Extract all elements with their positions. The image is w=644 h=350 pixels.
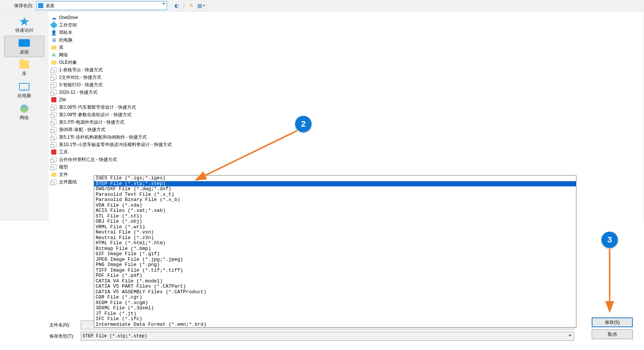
sidebar-item-quickaccess[interactable]: 快速访问 [0,14,49,36]
cloud-icon: ☁ [51,15,57,21]
savein-label: 保存在(I): [14,3,33,9]
file-item[interactable]: ↗第3.3节-电源外壳设计 - 快捷方式 [51,118,641,126]
sidebar-item-library[interactable]: 库 [0,57,49,79]
file-label: 第10.1节-小货车钣金零件级进冲压模料带设计 - 快捷方式 [59,142,172,148]
filetype-option[interactable]: JPEG Image File (*.jpg;*.jpeg) [94,257,576,263]
file-item[interactable]: 👤邓桂丰 [51,29,641,36]
shortcut-icon: ↗ [51,134,57,140]
computer-icon: 🖥 [51,37,57,43]
folder-icon [51,171,57,177]
filetype-option[interactable]: CATIA V5 PART Files (*.CATPart) [94,284,576,289]
new-folder-icon[interactable]: ✎ [189,3,193,9]
file-label: 3-智能打印 - 快捷方式 [59,82,103,88]
filetype-option[interactable]: HTML File (*.html;*.htm) [94,241,576,246]
file-item[interactable]: ↗第2.06节-汽车塑胶导管设计 - 快捷方式 [51,103,641,111]
filetype-option[interactable]: IGES File (*.igs;*.iges) [94,176,576,181]
file-item[interactable]: ☁OneDrive [51,14,641,21]
file-item[interactable]: 🖥此电脑 [51,36,641,44]
chevron-down-icon [569,335,572,337]
savein-dropdown[interactable]: 桌面 [36,1,167,10]
file-item[interactable]: ↗第10.1节-小货车钣金零件级进冲压模料带设计 - 快捷方式 [51,141,641,148]
shortcut-icon: ↗ [51,119,57,125]
sidebar-item-thispc[interactable]: 此电脑 [0,79,49,101]
file-label: 第2.06节-汽车塑胶导管设计 - 快捷方式 [59,104,136,111]
filetype-option[interactable]: PNG Image File (*.png) [94,262,576,268]
app-icon [51,149,57,155]
filetype-option[interactable]: Bitmap File (*.bmp) [94,246,576,252]
file-item[interactable]: ↗1-表格导出 - 快捷方式 [51,66,641,74]
filetype-option[interactable]: TIFF Image File (*.tif;*.tiff) [94,268,576,273]
shortcut-icon: ↗ [51,112,57,118]
sidebar-item-network[interactable]: 网络 [0,101,49,123]
file-item[interactable]: ↗合作伙伴资料汇总 - 快捷方式 [51,156,641,163]
quickaccess-icon [18,16,31,27]
svg-marker-0 [19,17,29,26]
file-item[interactable]: 工作空间 [51,21,641,29]
cancel-button[interactable]: 取消 [592,329,633,339]
up-level-icon[interactable]: ⤴ [183,3,185,9]
desktop-icon [18,38,31,48]
file-item[interactable]: 🖧网络 [51,51,641,59]
filetype-option[interactable]: 3DXML File (*.3dxml) [94,306,576,311]
filetype-option[interactable]: VDA File (*.vda) [94,203,576,208]
file-label: 第05章-装配 - 快捷方式 [59,127,105,133]
file-item[interactable]: ↗2020-12 - 快捷方式 [51,89,641,96]
filetype-value: STEP File (*.stp;*.step) [83,334,147,339]
filetype-option[interactable]: STL File (*.stl) [94,214,576,219]
filetype-option[interactable]: Neutral File (*.z3n) [94,235,576,241]
file-label: 文件图纸 [59,179,77,185]
file-item[interactable]: ↗模型 [51,163,641,171]
file-item[interactable]: ↗第5.1节-连杆机构装配和动画制作 - 快捷方式 [51,133,641,141]
filetype-label: 保存类型(T): [49,333,81,340]
file-label: 此电脑 [59,37,72,43]
computer-icon [18,81,31,92]
file-item[interactable]: ↗2文件对比 - 快捷方式 [51,74,641,81]
back-icon[interactable]: ◐ [174,3,179,9]
sidebar-item-label: 此电脑 [18,93,31,99]
savein-value: 桌面 [46,3,55,9]
file-item[interactable]: ↗第2.08节-参数化齿轮设计 - 快捷方式 [51,111,641,118]
filetype-select[interactable]: STEP File (*.stp;*.step) [81,332,574,341]
file-label: 工具 [59,149,68,155]
filetype-option[interactable]: JT File (*.jt) [94,311,576,317]
file-item[interactable]: 库 [51,44,641,51]
shortcut-icon: ↗ [51,157,57,162]
chevron-down-icon [203,5,205,6]
filetype-option[interactable]: DWG/DXF File (*.dwg;*.dxf) [94,186,576,192]
shortcut-icon: ↗ [51,104,57,110]
filetype-option[interactable]: Neutral File (*.vxn) [94,230,576,235]
filetype-option[interactable]: Parasolid Binary File (*.x_b) [94,197,576,203]
network-icon [18,103,31,114]
filetype-option[interactable]: GIF Image File (*.gif) [94,251,576,257]
filetype-option[interactable]: CGR File (*.cgr) [94,295,576,300]
file-item[interactable]: OLE对象 [51,59,641,66]
file-label: 第3.3节-电源外壳设计 - 快捷方式 [59,119,124,126]
filetype-option[interactable]: PDF File (*.pdf) [94,273,576,279]
network-icon: 🖧 [51,52,57,58]
file-label: 模型 [59,164,68,170]
top-bar: 保存在(I): 桌面 ◐ ⤴ ✎ ▦ [0,0,644,12]
shortcut-icon: ↗ [51,164,57,170]
file-item[interactable]: ↗第05章-装配 - 快捷方式 [51,126,641,133]
filetype-dropdown-list[interactable]: IGES File (*.igs;*.iges)STEP File (*.stp… [94,175,576,328]
filetype-option[interactable]: IFC File (*.ifc) [94,316,576,322]
shortcut-icon: ↗ [51,82,57,88]
file-item[interactable]: ZW [51,96,641,103]
filetype-option[interactable]: Parasolid Text File (*.x_t) [94,192,576,198]
view-mode-icon[interactable]: ▦ [197,3,205,9]
sidebar-item-desktop[interactable]: 桌面 [4,36,44,57]
folder-icon [51,44,57,50]
file-item[interactable]: 工具 [51,148,641,156]
filetype-option[interactable]: ACIS Files (*.sat;*.sab) [94,208,576,214]
filetype-option[interactable]: Intermediate Data Format (*.emn;*.brd) [94,322,576,328]
filetype-option[interactable]: CATIA V5 ASSEMBLY Files (*.CATProduct) [94,289,576,295]
file-label: 工作空间 [59,22,77,28]
file-item[interactable]: ↗3-智能打印 - 快捷方式 [51,81,641,89]
filetype-option[interactable]: CATIA V4 File (*.model) [94,279,576,284]
filetype-option[interactable]: XCGM File (*.xcgm) [94,300,576,306]
filetype-option[interactable]: VRML File (*.wrl) [94,224,576,230]
filetype-option[interactable]: OBJ File (*.obj) [94,219,576,224]
file-label: 2文件对比 - 快捷方式 [59,74,101,81]
filetype-option[interactable]: STEP File (*.stp;*.step) [94,181,576,187]
save-button[interactable]: 保存(S) [592,318,633,327]
